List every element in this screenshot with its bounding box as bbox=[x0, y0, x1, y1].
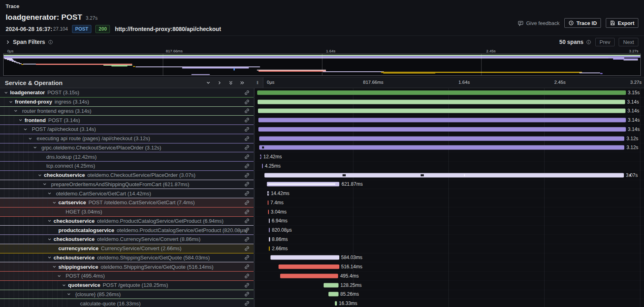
chevron-down-icon[interactable] bbox=[47, 219, 52, 223]
chevron-down-icon[interactable] bbox=[47, 255, 52, 259]
table-row[interactable]: checkoutservice oteldemo.CheckoutService… bbox=[0, 171, 644, 180]
chevron-down-icon[interactable] bbox=[47, 191, 52, 195]
table-row[interactable]: grpc.oteldemo.CheckoutService/PlaceOrder… bbox=[0, 143, 644, 153]
table-row[interactable]: executing api route (pages) /api/checkou… bbox=[0, 134, 644, 143]
span-bar[interactable] bbox=[324, 283, 339, 287]
span-bar-cell[interactable]: 820.08μs bbox=[254, 226, 644, 235]
link-icon[interactable] bbox=[244, 282, 250, 288]
link-icon[interactable] bbox=[244, 135, 250, 141]
table-row[interactable]: cartservice POST /oteldemo.CartService/G… bbox=[0, 198, 644, 207]
span-bar-cell[interactable]: 6.94ms bbox=[254, 217, 644, 226]
chevron-down-icon[interactable] bbox=[14, 109, 18, 113]
span-bar-cell[interactable]: 3.12s bbox=[254, 143, 644, 153]
link-icon[interactable] bbox=[244, 199, 250, 205]
table-row[interactable]: calculate-quote (16.33ms) 16.33ms bbox=[0, 299, 644, 307]
table-row[interactable]: checkoutservice oteldemo.ProductCatalogS… bbox=[0, 217, 644, 226]
info-icon[interactable] bbox=[586, 39, 591, 45]
chevron-down-icon[interactable] bbox=[9, 100, 13, 104]
span-bar-cell[interactable]: 495.4ms bbox=[254, 272, 644, 281]
span-name-cell[interactable]: executing api route (pages) /api/checkou… bbox=[0, 134, 254, 143]
span-name-cell[interactable]: checkoutservice oteldemo.CurrencyService… bbox=[0, 235, 254, 244]
column-resize-handle[interactable]: ‖ bbox=[256, 80, 258, 85]
chevron-down-icon[interactable] bbox=[23, 127, 27, 131]
table-row[interactable]: tcp.connect (4.25ms) 4.25ms bbox=[0, 162, 644, 171]
span-bar-cell[interactable]: 4.25ms bbox=[254, 162, 644, 171]
span-bar-cell[interactable]: 12.42ms bbox=[254, 152, 644, 162]
span-bar[interactable] bbox=[279, 265, 339, 269]
span-bar-cell[interactable]: 16.33ms bbox=[254, 299, 644, 307]
span-bar[interactable] bbox=[269, 246, 270, 251]
link-icon[interactable] bbox=[244, 108, 250, 114]
table-row[interactable]: checkoutservice oteldemo.CurrencyService… bbox=[0, 235, 644, 244]
span-bar[interactable] bbox=[328, 292, 339, 297]
span-bar-cell[interactable]: 3.14s bbox=[254, 125, 644, 134]
expand-all-icon[interactable] bbox=[239, 80, 245, 85]
span-bar[interactable] bbox=[270, 255, 339, 260]
link-icon[interactable] bbox=[244, 163, 250, 169]
export-button[interactable]: Export bbox=[606, 18, 638, 28]
span-bar-cell[interactable]: 3.12s bbox=[254, 134, 644, 143]
link-icon[interactable] bbox=[244, 227, 250, 233]
link-icon[interactable] bbox=[244, 291, 250, 297]
span-bar-cell[interactable]: 2.66ms bbox=[254, 244, 644, 253]
span-name-cell[interactable]: checkoutservice oteldemo.CheckoutService… bbox=[0, 171, 254, 180]
span-bar[interactable] bbox=[259, 136, 624, 141]
span-name-cell[interactable]: HGET (3.04ms) bbox=[0, 207, 254, 217]
span-name-cell[interactable]: prepareOrderItemsAndShippingQuoteFromCar… bbox=[0, 180, 254, 189]
table-row[interactable]: POST (495.4ms) 495.4ms bbox=[0, 272, 644, 281]
span-bar-cell[interactable]: 128.25ms bbox=[254, 281, 644, 290]
table-row[interactable]: prepareOrderItemsAndShippingQuoteFromCar… bbox=[0, 180, 644, 189]
link-icon[interactable] bbox=[244, 117, 250, 123]
chevron-down-icon[interactable] bbox=[67, 292, 71, 296]
span-bar-cell[interactable]: 621.87ms bbox=[254, 180, 644, 189]
link-icon[interactable] bbox=[244, 191, 250, 197]
minimap-canvas[interactable] bbox=[3, 54, 641, 76]
chevron-down-icon[interactable] bbox=[57, 274, 61, 278]
table-row[interactable]: frontend POST (3.14s) 3.14s bbox=[0, 116, 644, 125]
link-icon[interactable] bbox=[244, 154, 250, 160]
chevron-down-icon[interactable] bbox=[38, 173, 42, 177]
link-icon[interactable] bbox=[244, 218, 250, 224]
span-bar-cell[interactable]: 3.14s bbox=[254, 116, 644, 125]
span-name-cell[interactable]: quoteservice POST /getquote (128.25ms) bbox=[0, 281, 254, 290]
span-name-cell[interactable]: loadgenerator POST (3.15s) bbox=[0, 88, 254, 97]
span-bar-cell[interactable]: 14.42ms bbox=[254, 189, 644, 198]
table-row[interactable]: HGET (3.04ms) 3.04ms bbox=[0, 207, 644, 217]
span-name-cell[interactable]: shippingservice oteldemo.ShippingService… bbox=[0, 262, 254, 272]
chevron-down-icon[interactable] bbox=[52, 265, 56, 269]
span-bar-cell[interactable]: 3.15s bbox=[254, 88, 644, 97]
table-row[interactable]: quoteservice POST /getquote (128.25ms) 1… bbox=[0, 281, 644, 290]
link-icon[interactable] bbox=[244, 126, 250, 132]
span-name-cell[interactable]: calculate-quote (16.33ms) bbox=[0, 299, 254, 307]
span-name-cell[interactable]: dns.lookup (12.42ms) bbox=[0, 152, 254, 162]
link-icon[interactable] bbox=[244, 264, 250, 270]
span-bar-cell[interactable]: 3.14s bbox=[254, 97, 644, 107]
chevron-down-icon[interactable] bbox=[62, 283, 66, 287]
span-name-cell[interactable]: POST /api/checkout (3.14s) bbox=[0, 125, 254, 134]
span-name-cell[interactable]: tcp.connect (4.25ms) bbox=[0, 162, 254, 171]
info-icon[interactable] bbox=[48, 39, 53, 45]
link-icon[interactable] bbox=[244, 99, 250, 105]
table-row[interactable]: oteldemo.CartService/GetCart (14.42ms) 1… bbox=[0, 189, 644, 198]
span-bar[interactable] bbox=[269, 219, 270, 223]
table-row[interactable]: router frontend egress (3.14s) 3.14s bbox=[0, 107, 644, 116]
link-icon[interactable] bbox=[244, 145, 250, 151]
span-name-cell[interactable]: frontend-proxy ingress (3.14s) bbox=[0, 97, 254, 107]
link-icon[interactable] bbox=[244, 236, 250, 242]
span-bar-cell[interactable]: 7.4ms bbox=[254, 198, 644, 207]
chevron-down-icon[interactable] bbox=[4, 91, 8, 95]
span-name-cell[interactable]: cartservice POST /oteldemo.CartService/G… bbox=[0, 198, 254, 207]
table-row[interactable]: POST /api/checkout (3.14s) 3.14s bbox=[0, 125, 644, 134]
table-row[interactable]: frontend-proxy ingress (3.14s) 3.14s bbox=[0, 97, 644, 107]
next-span-button[interactable]: Next bbox=[619, 38, 638, 46]
span-bar[interactable] bbox=[335, 301, 337, 306]
table-row[interactable]: dns.lookup (12.42ms) 12.42ms bbox=[0, 152, 644, 162]
table-row[interactable]: currencyservice CurrencyService/Convert … bbox=[0, 244, 644, 253]
span-name-cell[interactable]: oteldemo.CartService/GetCart (14.42ms) bbox=[0, 189, 254, 198]
link-icon[interactable] bbox=[244, 245, 250, 251]
span-name-cell[interactable]: checkoutservice oteldemo.ProductCatalogS… bbox=[0, 217, 254, 226]
chevron-down-icon[interactable] bbox=[33, 145, 37, 149]
span-bar-cell[interactable]: 3.07s bbox=[254, 171, 644, 180]
span-name-cell[interactable]: grpc.oteldemo.CheckoutService/PlaceOrder… bbox=[0, 143, 254, 153]
span-name-cell[interactable]: currencyservice CurrencyService/Convert … bbox=[0, 244, 254, 253]
